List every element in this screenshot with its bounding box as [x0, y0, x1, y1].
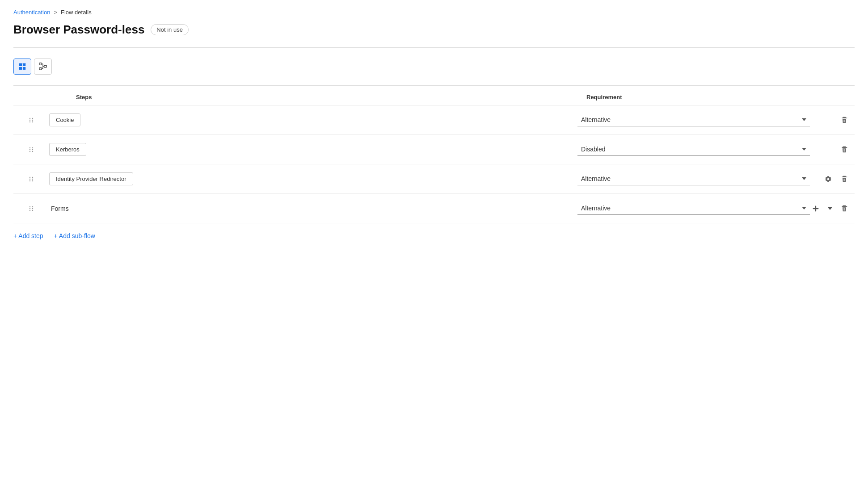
drag-icon — [28, 117, 35, 124]
col-header-steps: Steps — [49, 94, 586, 100]
row-actions-cookie — [810, 114, 855, 126]
drag-icon — [28, 205, 35, 212]
svg-rect-2 — [19, 67, 22, 70]
svg-point-18 — [29, 147, 30, 148]
svg-point-24 — [29, 176, 30, 177]
drag-handle-idp[interactable] — [13, 176, 49, 183]
table-row: Identity Provider Redirector Alternative — [13, 164, 855, 194]
row-actions-forms — [810, 203, 855, 214]
drag-handle-forms[interactable] — [13, 205, 49, 212]
svg-point-35 — [32, 209, 33, 210]
page-container: Authentication > Flow details Browser Pa… — [0, 0, 868, 248]
step-label-cookie: Cookie — [49, 113, 577, 126]
drag-handle-cookie[interactable] — [13, 117, 49, 124]
drag-handle-kerberos[interactable] — [13, 146, 49, 153]
row-actions-idp — [810, 173, 855, 185]
col-header-requirement: Requirement — [586, 94, 819, 100]
add-sub-flow-link[interactable]: + Add sub-flow — [54, 232, 95, 239]
requirement-value-cookie: Alternative — [581, 116, 611, 123]
requirement-select-kerberos[interactable]: Disabled — [577, 143, 810, 156]
page-title: Browser Password-less — [13, 23, 144, 37]
requirement-cell-forms: Alternative — [577, 202, 810, 215]
svg-point-27 — [32, 178, 33, 179]
svg-point-20 — [29, 149, 30, 150]
breadcrumb-current: Flow details — [61, 9, 92, 16]
delete-button-kerberos[interactable] — [839, 144, 850, 155]
delete-button-idp[interactable] — [839, 173, 850, 185]
svg-point-25 — [32, 176, 33, 177]
svg-point-13 — [32, 117, 33, 118]
drag-icon — [28, 176, 35, 183]
svg-point-33 — [32, 208, 33, 209]
svg-point-14 — [29, 119, 30, 120]
step-chip-cookie: Cookie — [49, 113, 80, 126]
svg-rect-6 — [39, 68, 42, 70]
requirement-select-cookie[interactable]: Alternative — [577, 113, 810, 126]
status-badge: Not in use — [151, 24, 189, 35]
svg-point-31 — [32, 206, 33, 207]
table-row: Kerberos Disabled — [13, 135, 855, 164]
table-row: Cookie Alternative — [13, 105, 855, 135]
svg-point-26 — [29, 178, 30, 179]
step-label-forms: Forms — [49, 205, 577, 212]
table-icon — [18, 63, 26, 71]
requirement-cell-kerberos: Disabled — [577, 143, 810, 156]
requirement-value-forms: Alternative — [581, 205, 611, 212]
svg-point-30 — [29, 206, 30, 207]
breadcrumb-authentication-link[interactable]: Authentication — [13, 9, 50, 16]
svg-rect-1 — [23, 63, 25, 66]
page-title-row: Browser Password-less Not in use — [13, 23, 855, 37]
requirement-cell-cookie: Alternative — [577, 113, 810, 126]
gear-icon — [824, 175, 832, 183]
trash-icon — [840, 205, 848, 213]
plus-icon — [812, 205, 820, 213]
flow-view-button[interactable] — [34, 59, 52, 75]
chevron-down-icon — [802, 148, 806, 151]
step-chip-idp: Identity Provider Redirector — [49, 172, 133, 185]
breadcrumb-separator: > — [54, 9, 57, 16]
step-label-kerberos: Kerberos — [49, 143, 577, 156]
step-name-forms: Forms — [49, 205, 69, 212]
chevron-down-icon — [828, 207, 832, 210]
trash-icon — [840, 116, 848, 124]
svg-rect-3 — [23, 67, 25, 70]
trash-icon — [840, 175, 848, 183]
delete-button-cookie[interactable] — [839, 114, 850, 126]
svg-point-15 — [32, 119, 33, 120]
breadcrumb: Authentication > Flow details — [13, 9, 855, 16]
table-header: Steps Requirement — [13, 89, 855, 105]
step-chip-kerberos: Kerberos — [49, 143, 86, 156]
table-view-button[interactable] — [13, 59, 31, 75]
chevron-down-icon — [802, 118, 806, 121]
row-actions-kerberos — [810, 144, 855, 155]
requirement-cell-idp: Alternative — [577, 172, 810, 185]
svg-point-19 — [32, 147, 33, 148]
svg-point-22 — [29, 151, 30, 151]
add-button-forms[interactable] — [810, 203, 822, 214]
add-step-link[interactable]: + Add step — [13, 232, 43, 239]
trash-icon — [840, 146, 848, 154]
table-row: Forms Alternative — [13, 194, 855, 223]
svg-point-34 — [29, 209, 30, 210]
svg-point-16 — [29, 121, 30, 122]
svg-point-12 — [29, 117, 30, 118]
svg-point-17 — [32, 121, 33, 122]
requirement-select-forms[interactable]: Alternative — [577, 202, 810, 215]
requirement-value-kerberos: Disabled — [581, 146, 605, 153]
requirement-select-idp[interactable]: Alternative — [577, 172, 810, 185]
svg-rect-5 — [44, 65, 46, 67]
header-divider — [13, 47, 855, 48]
svg-point-29 — [32, 180, 33, 181]
chevron-down-icon — [802, 177, 806, 180]
add-actions: + Add step + Add sub-flow — [13, 232, 855, 239]
expand-button-forms[interactable] — [826, 205, 834, 212]
drag-icon — [28, 146, 35, 153]
svg-rect-4 — [39, 63, 42, 65]
svg-rect-0 — [19, 63, 22, 66]
svg-point-21 — [32, 149, 33, 150]
delete-button-forms[interactable] — [839, 203, 850, 214]
flow-icon — [39, 63, 47, 71]
requirement-value-idp: Alternative — [581, 175, 611, 182]
settings-button-idp[interactable] — [822, 173, 834, 185]
chevron-down-icon — [802, 207, 806, 209]
